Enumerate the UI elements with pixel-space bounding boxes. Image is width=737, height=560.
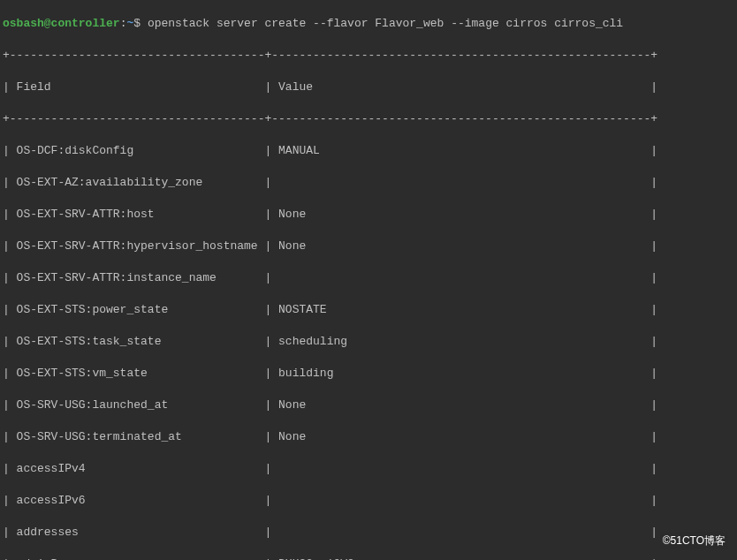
table-row: | OS-EXT-STS:power_state | NOSTATE |	[3, 302, 734, 318]
table-row: | OS-EXT-STS:vm_state | building |	[3, 366, 734, 382]
prompt-line: osbash@controller:~$ openstack server cr…	[3, 16, 734, 32]
table-row: | OS-EXT-STS:task_state | scheduling |	[3, 334, 734, 350]
table-row: | addresses | |	[3, 525, 734, 541]
terminal-output[interactable]: osbash@controller:~$ openstack server cr…	[0, 0, 737, 560]
table-row: | adminPass | BXH32geiQVGv |	[3, 556, 734, 560]
table-row: | OS-EXT-SRV-ATTR:instance_name | |	[3, 270, 734, 286]
table-row: | OS-EXT-SRV-ATTR:hypervisor_hostname | …	[3, 238, 734, 254]
watermark: ©51CTO博客	[660, 532, 728, 549]
prompt-dollar: $	[133, 17, 141, 30]
table-row: | OS-DCF:diskConfig | MANUAL |	[3, 143, 734, 159]
prompt-user-host: osbash@controller	[3, 17, 120, 30]
command-text: openstack server create --flavor Flavor_…	[148, 17, 623, 30]
table-row: | OS-EXT-SRV-ATTR:host | None |	[3, 207, 734, 223]
table-border-mid: +-------------------------------------+-…	[3, 111, 734, 127]
table-row: | accessIPv4 | |	[3, 461, 734, 477]
table-row: | OS-SRV-USG:terminated_at | None |	[3, 429, 734, 445]
table-row: | OS-SRV-USG:launched_at | None |	[3, 397, 734, 413]
table-header-row: | Field | Value |	[3, 79, 734, 95]
table-row: | OS-EXT-AZ:availability_zone | |	[3, 175, 734, 191]
table-border-top: +-------------------------------------+-…	[3, 48, 734, 64]
table-row: | accessIPv6 | |	[3, 493, 734, 509]
